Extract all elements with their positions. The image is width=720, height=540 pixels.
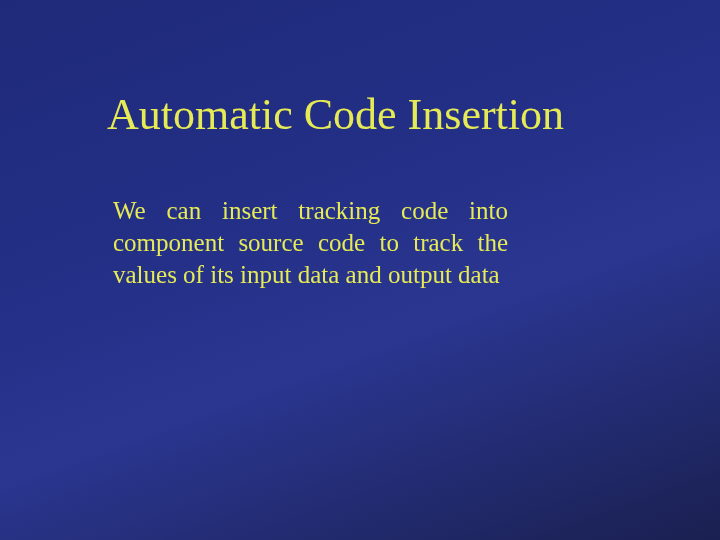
slide: Automatic Code Insertion We can insert t…	[0, 0, 720, 540]
slide-title: Automatic Code Insertion	[107, 90, 627, 141]
slide-body-text: We can insert tracking code into compone…	[113, 195, 508, 291]
